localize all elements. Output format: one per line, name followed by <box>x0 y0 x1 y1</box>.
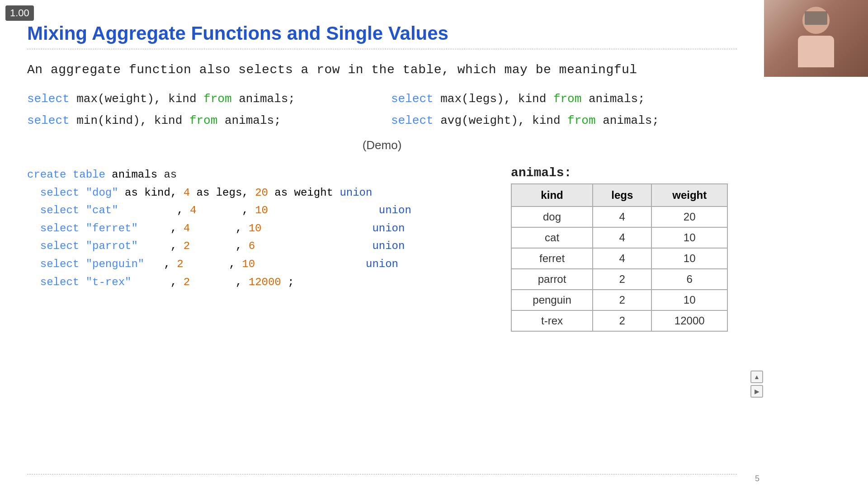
table-cell-weight: 6 <box>651 269 727 290</box>
code-line-6: select "penguin" , 2 , 10 union <box>27 255 484 273</box>
kw-table: table <box>73 169 105 181</box>
sql-examples: select max(weight), kind from animals; s… <box>27 90 737 129</box>
sql-text: animals; <box>589 92 645 106</box>
table-cell-weight: 12000 <box>651 310 727 331</box>
code-line-2: select "dog" as kind, 4 as legs, 20 as w… <box>27 184 484 202</box>
table-row: penguin210 <box>511 290 727 310</box>
create-code-block: create table animals as select "dog" as … <box>27 166 484 291</box>
kw-as: as <box>164 169 177 181</box>
code-line-3: select "cat" , 4 , 10 union <box>27 202 484 220</box>
table-cell-legs: 4 <box>593 227 651 248</box>
table-section: animals: kind legs weight dog420cat410fe… <box>511 166 737 332</box>
table-row: parrot26 <box>511 269 727 290</box>
table-row: ferret410 <box>511 248 727 269</box>
table-row: t-rex212000 <box>511 310 727 331</box>
table-cell-kind: dog <box>511 206 593 227</box>
sql-text: min(kind), kind <box>76 114 189 127</box>
table-cell-kind: t-rex <box>511 310 593 331</box>
bottom-section: create table animals as select "dog" as … <box>27 166 737 332</box>
kw-from: from <box>189 114 217 127</box>
kw-select: select <box>391 92 434 106</box>
page-number: 5 <box>755 474 760 483</box>
table-cell-weight: 20 <box>651 206 727 227</box>
sql-text: animals; <box>239 92 295 106</box>
code-line-1: create table animals as <box>27 166 484 184</box>
kw-from: from <box>553 92 581 106</box>
sql-example-2: select max(legs), kind from animals; <box>391 90 737 108</box>
main-content: Mixing Aggregate Functions and Single Va… <box>0 0 764 488</box>
table-cell-weight: 10 <box>651 290 727 310</box>
sql-text: animals; <box>603 114 659 127</box>
table-cell-kind: cat <box>511 227 593 248</box>
kw-from: from <box>203 92 231 106</box>
intro-text: An aggregate function also selects a row… <box>27 63 737 77</box>
sql-text: avg(weight), kind <box>440 114 567 127</box>
sql-text: animals; <box>225 114 281 127</box>
table-cell-legs: 2 <box>593 269 651 290</box>
table-title: animals: <box>511 166 737 180</box>
table-cell-legs: 4 <box>593 206 651 227</box>
slide-title: Mixing Aggregate Functions and Single Va… <box>27 23 737 44</box>
table-cell-kind: parrot <box>511 269 593 290</box>
table-cell-weight: 10 <box>651 248 727 269</box>
kw-select: select <box>391 114 434 127</box>
sql-example-4: select avg(weight), kind from animals; <box>391 112 737 129</box>
animals-table: kind legs weight dog420cat410ferret410pa… <box>511 183 728 332</box>
sql-example-3: select min(kind), kind from animals; <box>27 112 373 129</box>
table-row: dog420 <box>511 206 727 227</box>
code-line-4: select "ferret" , 4 , 10 union <box>27 220 484 238</box>
col-header-kind: kind <box>511 184 593 206</box>
bottom-divider <box>27 474 737 474</box>
code-line-5: select "parrot" , 2 , 6 union <box>27 237 484 255</box>
table-cell-legs: 2 <box>593 310 651 331</box>
table-cell-kind: ferret <box>511 248 593 269</box>
sql-example-1: select max(weight), kind from animals; <box>27 90 373 108</box>
kw-select: select <box>27 114 70 127</box>
col-header-weight: weight <box>651 184 727 206</box>
scroll-down-icon[interactable]: ▶ <box>750 385 763 398</box>
video-feed <box>764 0 868 77</box>
kw-select: select <box>27 92 70 106</box>
table-row: cat410 <box>511 227 727 248</box>
sql-text: max(legs), kind <box>440 92 553 106</box>
table-header-row: kind legs weight <box>511 184 727 206</box>
demo-label: (Demo) <box>27 138 737 152</box>
table-cell-legs: 4 <box>593 248 651 269</box>
scroll-up-icon: ▲ <box>750 371 763 383</box>
table-cell-weight: 10 <box>651 227 727 248</box>
code-line-7: select "t-rex" , 2 , 12000 ; <box>27 273 484 291</box>
table-cell-legs: 2 <box>593 290 651 310</box>
sql-text: max(weight), kind <box>76 92 203 106</box>
scroll-indicator: ▲ ▶ <box>750 371 763 398</box>
kw-from: from <box>567 114 595 127</box>
col-header-legs: legs <box>593 184 651 206</box>
kw-create: create <box>27 169 66 181</box>
table-cell-kind: penguin <box>511 290 593 310</box>
title-divider <box>27 49 737 49</box>
